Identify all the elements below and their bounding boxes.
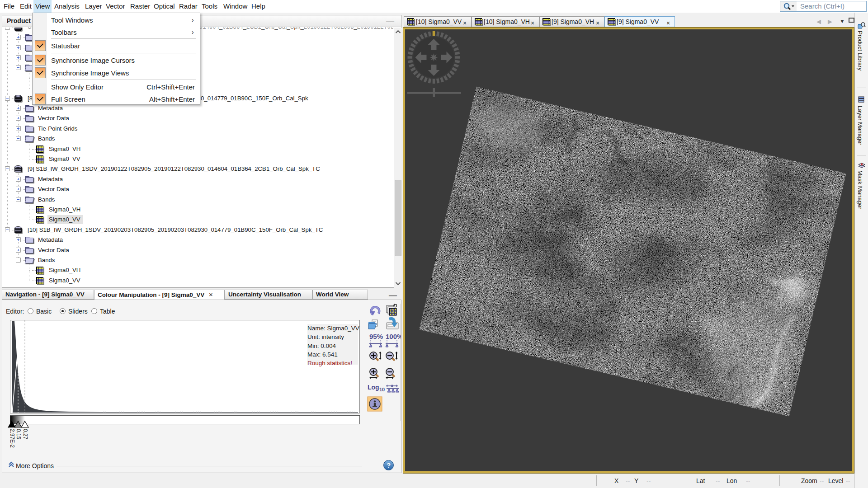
svg-text:Log: Log (368, 384, 379, 391)
svg-text:Rough statistics!: Rough statistics! (307, 360, 352, 366)
svg-text:Max: 6.541: Max: 6.541 (307, 351, 338, 358)
svg-text:10: 10 (379, 387, 385, 392)
svg-text:Unit: intensity: Unit: intensity (307, 333, 344, 340)
svg-text:Name: Sigma0_VV: Name: Sigma0_VV (307, 325, 359, 332)
svg-text:100%: 100% (386, 333, 401, 340)
svg-text:95%: 95% (369, 333, 383, 340)
svg-text:Min: 0.004: Min: 0.004 (307, 343, 336, 349)
